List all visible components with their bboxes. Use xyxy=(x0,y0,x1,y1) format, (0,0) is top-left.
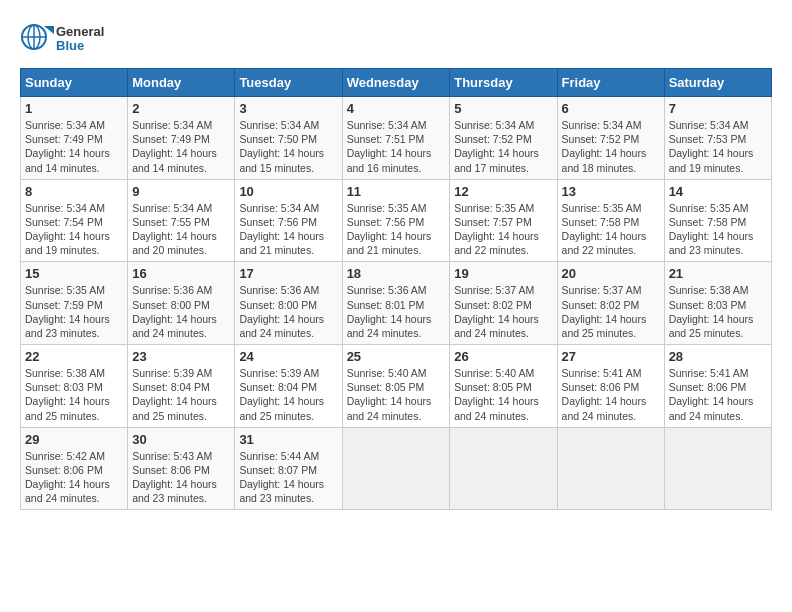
page-header: General Blue xyxy=(20,20,772,58)
calendar-cell: 4 Sunrise: 5:34 AMSunset: 7:51 PMDayligh… xyxy=(342,97,450,180)
calendar-cell xyxy=(664,427,771,510)
calendar-cell: 5 Sunrise: 5:34 AMSunset: 7:52 PMDayligh… xyxy=(450,97,557,180)
day-info: Sunrise: 5:39 AMSunset: 8:04 PMDaylight:… xyxy=(239,366,337,423)
col-tuesday: Tuesday xyxy=(235,69,342,97)
calendar-week-3: 15 Sunrise: 5:35 AMSunset: 7:59 PMDaylig… xyxy=(21,262,772,345)
day-info: Sunrise: 5:36 AMSunset: 8:01 PMDaylight:… xyxy=(347,283,446,340)
day-number: 22 xyxy=(25,349,123,364)
day-number: 14 xyxy=(669,184,767,199)
day-number: 24 xyxy=(239,349,337,364)
day-number: 12 xyxy=(454,184,552,199)
calendar-cell: 31 Sunrise: 5:44 AMSunset: 8:07 PMDaylig… xyxy=(235,427,342,510)
calendar-cell xyxy=(450,427,557,510)
day-info: Sunrise: 5:38 AMSunset: 8:03 PMDaylight:… xyxy=(25,366,123,423)
logo-globe-icon xyxy=(20,20,54,54)
calendar-cell: 25 Sunrise: 5:40 AMSunset: 8:05 PMDaylig… xyxy=(342,345,450,428)
day-info: Sunrise: 5:41 AMSunset: 8:06 PMDaylight:… xyxy=(669,366,767,423)
day-info: Sunrise: 5:44 AMSunset: 8:07 PMDaylight:… xyxy=(239,449,337,506)
calendar-cell: 7 Sunrise: 5:34 AMSunset: 7:53 PMDayligh… xyxy=(664,97,771,180)
day-info: Sunrise: 5:35 AMSunset: 7:58 PMDaylight:… xyxy=(562,201,660,258)
day-number: 3 xyxy=(239,101,337,116)
calendar-cell: 29 Sunrise: 5:42 AMSunset: 8:06 PMDaylig… xyxy=(21,427,128,510)
calendar-cell: 17 Sunrise: 5:36 AMSunset: 8:00 PMDaylig… xyxy=(235,262,342,345)
logo-general-text: General xyxy=(56,25,104,39)
day-info: Sunrise: 5:34 AMSunset: 7:52 PMDaylight:… xyxy=(562,118,660,175)
day-info: Sunrise: 5:34 AMSunset: 7:49 PMDaylight:… xyxy=(25,118,123,175)
day-number: 28 xyxy=(669,349,767,364)
day-info: Sunrise: 5:34 AMSunset: 7:52 PMDaylight:… xyxy=(454,118,552,175)
day-info: Sunrise: 5:40 AMSunset: 8:05 PMDaylight:… xyxy=(454,366,552,423)
day-info: Sunrise: 5:38 AMSunset: 8:03 PMDaylight:… xyxy=(669,283,767,340)
calendar-cell: 20 Sunrise: 5:37 AMSunset: 8:02 PMDaylig… xyxy=(557,262,664,345)
day-number: 16 xyxy=(132,266,230,281)
day-number: 1 xyxy=(25,101,123,116)
calendar-cell: 30 Sunrise: 5:43 AMSunset: 8:06 PMDaylig… xyxy=(128,427,235,510)
day-info: Sunrise: 5:42 AMSunset: 8:06 PMDaylight:… xyxy=(25,449,123,506)
day-number: 27 xyxy=(562,349,660,364)
day-info: Sunrise: 5:34 AMSunset: 7:54 PMDaylight:… xyxy=(25,201,123,258)
day-number: 21 xyxy=(669,266,767,281)
day-number: 29 xyxy=(25,432,123,447)
calendar-cell: 16 Sunrise: 5:36 AMSunset: 8:00 PMDaylig… xyxy=(128,262,235,345)
calendar-cell: 15 Sunrise: 5:35 AMSunset: 7:59 PMDaylig… xyxy=(21,262,128,345)
logo: General Blue xyxy=(20,20,104,58)
day-info: Sunrise: 5:35 AMSunset: 7:59 PMDaylight:… xyxy=(25,283,123,340)
calendar-week-5: 29 Sunrise: 5:42 AMSunset: 8:06 PMDaylig… xyxy=(21,427,772,510)
logo-blue-text: Blue xyxy=(56,39,104,53)
day-info: Sunrise: 5:35 AMSunset: 7:56 PMDaylight:… xyxy=(347,201,446,258)
calendar-cell xyxy=(342,427,450,510)
day-info: Sunrise: 5:36 AMSunset: 8:00 PMDaylight:… xyxy=(239,283,337,340)
calendar-cell: 22 Sunrise: 5:38 AMSunset: 8:03 PMDaylig… xyxy=(21,345,128,428)
calendar-cell: 18 Sunrise: 5:36 AMSunset: 8:01 PMDaylig… xyxy=(342,262,450,345)
day-number: 20 xyxy=(562,266,660,281)
day-number: 15 xyxy=(25,266,123,281)
calendar-cell: 11 Sunrise: 5:35 AMSunset: 7:56 PMDaylig… xyxy=(342,179,450,262)
day-info: Sunrise: 5:34 AMSunset: 7:49 PMDaylight:… xyxy=(132,118,230,175)
calendar-cell: 21 Sunrise: 5:38 AMSunset: 8:03 PMDaylig… xyxy=(664,262,771,345)
day-info: Sunrise: 5:40 AMSunset: 8:05 PMDaylight:… xyxy=(347,366,446,423)
day-number: 19 xyxy=(454,266,552,281)
calendar-cell: 19 Sunrise: 5:37 AMSunset: 8:02 PMDaylig… xyxy=(450,262,557,345)
day-number: 18 xyxy=(347,266,446,281)
calendar-cell: 6 Sunrise: 5:34 AMSunset: 7:52 PMDayligh… xyxy=(557,97,664,180)
calendar-cell: 1 Sunrise: 5:34 AMSunset: 7:49 PMDayligh… xyxy=(21,97,128,180)
day-number: 17 xyxy=(239,266,337,281)
day-number: 2 xyxy=(132,101,230,116)
day-number: 10 xyxy=(239,184,337,199)
calendar-cell xyxy=(557,427,664,510)
day-number: 23 xyxy=(132,349,230,364)
day-number: 31 xyxy=(239,432,337,447)
day-number: 13 xyxy=(562,184,660,199)
day-info: Sunrise: 5:41 AMSunset: 8:06 PMDaylight:… xyxy=(562,366,660,423)
calendar-table: Sunday Monday Tuesday Wednesday Thursday… xyxy=(20,68,772,510)
day-number: 9 xyxy=(132,184,230,199)
calendar-cell: 3 Sunrise: 5:34 AMSunset: 7:50 PMDayligh… xyxy=(235,97,342,180)
calendar-cell: 27 Sunrise: 5:41 AMSunset: 8:06 PMDaylig… xyxy=(557,345,664,428)
day-number: 11 xyxy=(347,184,446,199)
calendar-cell: 24 Sunrise: 5:39 AMSunset: 8:04 PMDaylig… xyxy=(235,345,342,428)
day-info: Sunrise: 5:34 AMSunset: 7:56 PMDaylight:… xyxy=(239,201,337,258)
col-wednesday: Wednesday xyxy=(342,69,450,97)
day-number: 6 xyxy=(562,101,660,116)
col-saturday: Saturday xyxy=(664,69,771,97)
day-number: 7 xyxy=(669,101,767,116)
day-number: 25 xyxy=(347,349,446,364)
calendar-cell: 28 Sunrise: 5:41 AMSunset: 8:06 PMDaylig… xyxy=(664,345,771,428)
day-number: 26 xyxy=(454,349,552,364)
calendar-cell: 9 Sunrise: 5:34 AMSunset: 7:55 PMDayligh… xyxy=(128,179,235,262)
day-number: 8 xyxy=(25,184,123,199)
day-number: 30 xyxy=(132,432,230,447)
day-info: Sunrise: 5:36 AMSunset: 8:00 PMDaylight:… xyxy=(132,283,230,340)
col-friday: Friday xyxy=(557,69,664,97)
day-info: Sunrise: 5:34 AMSunset: 7:51 PMDaylight:… xyxy=(347,118,446,175)
day-number: 4 xyxy=(347,101,446,116)
calendar-cell: 26 Sunrise: 5:40 AMSunset: 8:05 PMDaylig… xyxy=(450,345,557,428)
calendar-cell: 13 Sunrise: 5:35 AMSunset: 7:58 PMDaylig… xyxy=(557,179,664,262)
calendar-cell: 12 Sunrise: 5:35 AMSunset: 7:57 PMDaylig… xyxy=(450,179,557,262)
calendar-cell: 14 Sunrise: 5:35 AMSunset: 7:58 PMDaylig… xyxy=(664,179,771,262)
day-info: Sunrise: 5:37 AMSunset: 8:02 PMDaylight:… xyxy=(454,283,552,340)
day-info: Sunrise: 5:39 AMSunset: 8:04 PMDaylight:… xyxy=(132,366,230,423)
calendar-week-4: 22 Sunrise: 5:38 AMSunset: 8:03 PMDaylig… xyxy=(21,345,772,428)
calendar-week-2: 8 Sunrise: 5:34 AMSunset: 7:54 PMDayligh… xyxy=(21,179,772,262)
day-info: Sunrise: 5:37 AMSunset: 8:02 PMDaylight:… xyxy=(562,283,660,340)
